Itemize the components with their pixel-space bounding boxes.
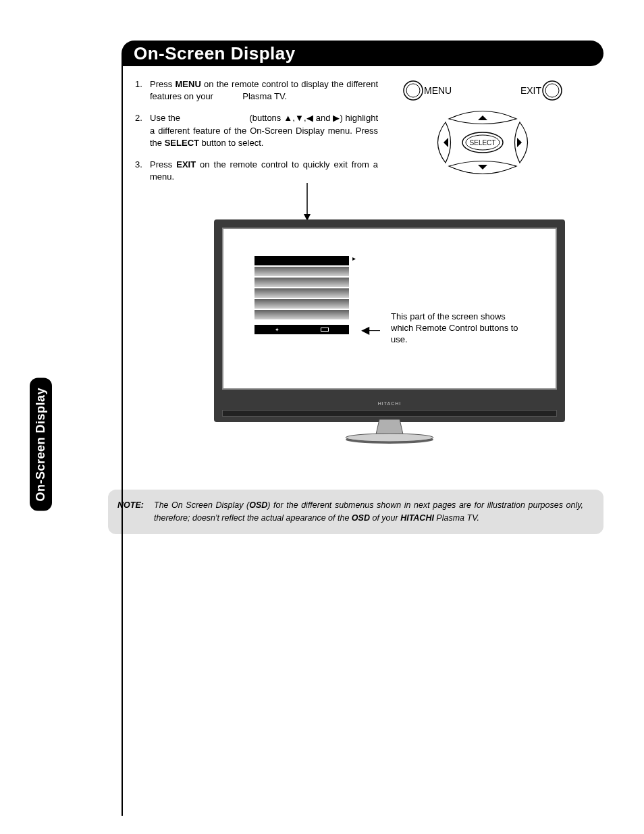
instruction-step: 2. Use the (buttons ▲,▼,◀ and ▶) highlig…: [135, 112, 378, 149]
exit-keyword: EXIT: [176, 159, 196, 170]
osd-menu: ✦: [254, 256, 349, 334]
osd-menu-item: [254, 267, 349, 276]
tv-speaker-bar: [222, 410, 557, 417]
menu-button-label: MENU: [424, 85, 452, 96]
rect-icon: [321, 328, 329, 332]
step-number: 3.: [135, 159, 150, 183]
tv-screen: ✦ ◀— This part of the screen shows which…: [222, 228, 557, 390]
step-number: 1.: [135, 78, 150, 103]
step-text: Press: [150, 79, 176, 89]
step-text: Press: [150, 159, 176, 170]
menu-keyword: MENU: [176, 79, 201, 89]
tv-brand-label: HITACHI: [378, 401, 401, 406]
osd-menu-item: [254, 310, 349, 319]
svg-point-8: [346, 434, 433, 442]
vertical-divider: [122, 66, 123, 816]
note-box: NOTE: The On Screen Display (OSD) for th…: [108, 490, 603, 534]
arrow-down-icon: [300, 183, 314, 224]
tv-bezel: ✦ ◀— This part of the screen shows which…: [214, 219, 565, 422]
arrow-left-icon: ◀—: [361, 323, 380, 336]
note-text: of your: [370, 513, 400, 523]
osd-keyword: OSD: [352, 513, 370, 523]
svg-point-1: [406, 84, 420, 97]
dpad-icon: ✦: [275, 327, 279, 333]
osd-keyword: OSD: [249, 500, 267, 510]
osd-menu-item: [254, 278, 349, 287]
step-text: button to select.: [199, 138, 263, 148]
tv-stand: [342, 419, 437, 446]
instruction-step: 1. Press MENU on the remote control to d…: [135, 78, 378, 103]
section-header: On-Screen Display: [122, 41, 603, 66]
exit-button-label: EXIT: [520, 85, 542, 96]
tv-diagram: ✦ ◀— This part of the screen shows which…: [214, 219, 565, 449]
osd-menu-header: [254, 256, 349, 265]
svg-point-3: [545, 84, 559, 97]
instruction-list: 1. Press MENU on the remote control to d…: [135, 78, 378, 192]
brand-keyword: HITACHI: [400, 513, 434, 523]
step-number: 2.: [135, 112, 150, 149]
side-tab: On-Screen Display: [30, 378, 52, 511]
osd-menu-item: [254, 299, 349, 309]
step-text: Use the: [150, 113, 183, 123]
select-button-label: SELECT: [470, 139, 496, 147]
instruction-step: 3. Press EXIT on the remote control to q…: [135, 159, 378, 183]
note-text: The On Screen Display (: [154, 500, 249, 510]
step-text: Plasma TV.: [242, 91, 287, 101]
remote-diagram: MENU EXIT: [378, 78, 603, 192]
note-text: Plasma TV.: [434, 513, 479, 523]
callout-text: This part of the screen shows which Remo…: [391, 311, 519, 346]
section-title: On-Screen Display: [134, 43, 296, 64]
select-keyword: SELECT: [165, 138, 199, 148]
osd-menu-footer: ✦: [254, 325, 349, 334]
side-tab-label: On-Screen Display: [34, 388, 47, 502]
osd-menu-item: [254, 288, 349, 298]
